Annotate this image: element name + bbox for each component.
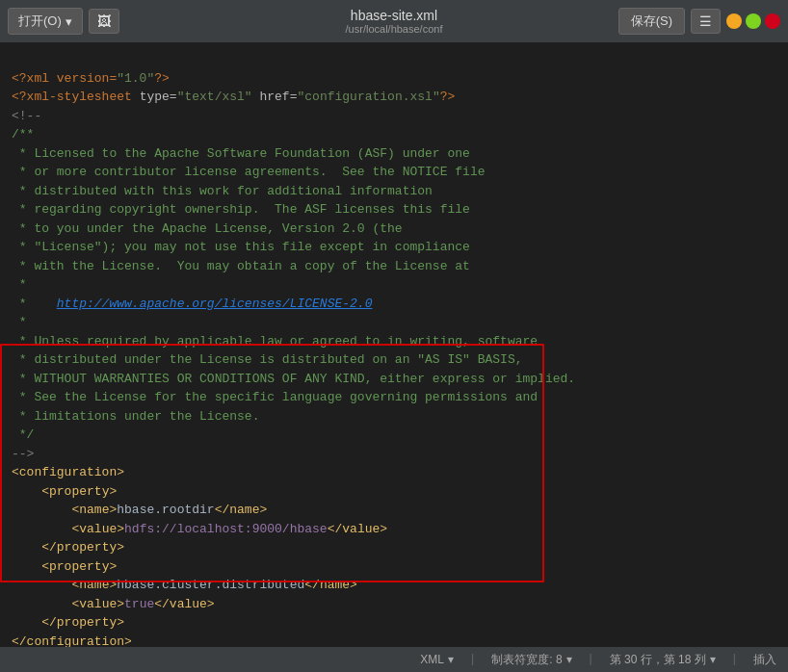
file-name: hbase-site.xml	[346, 8, 443, 23]
titlebar-left: 打开(O) ▾ 🖼	[8, 8, 119, 35]
sep1: |	[469, 653, 476, 666]
format-label: XML	[420, 653, 444, 666]
insert-label: 插入	[753, 652, 776, 668]
maximize-button[interactable]	[746, 13, 761, 29]
tab-width-label: 制表符宽度: 8	[491, 652, 562, 668]
code-content: <?xml version="1.0"?> <?xml-stylesheet t…	[12, 50, 776, 647]
save-button[interactable]: 保存(S)	[618, 8, 685, 35]
sep3: |	[731, 653, 738, 666]
open-label: 打开(O)	[18, 13, 62, 30]
titlebar: 打开(O) ▾ 🖼 hbase-site.xml /usr/local/hbas…	[0, 0, 788, 42]
status-tab-width: 制表符宽度: 8 ▾	[491, 652, 571, 668]
titlebar-right: 保存(S) ☰	[618, 8, 780, 35]
position-dropdown-icon[interactable]: ▾	[710, 653, 716, 666]
sep2: |	[588, 653, 594, 666]
status-position: 第 30 行，第 18 列 ▾	[610, 652, 716, 668]
tab-dropdown-icon[interactable]: ▾	[566, 653, 572, 666]
editor-area[interactable]: <?xml version="1.0"?> <?xml-stylesheet t…	[0, 42, 788, 647]
statusbar: XML ▾ | 制表符宽度: 8 ▾ | 第 30 行，第 18 列 ▾ | 插…	[0, 647, 788, 672]
format-dropdown-icon[interactable]: ▾	[448, 653, 454, 666]
status-format: XML ▾	[420, 653, 454, 666]
close-button[interactable]	[765, 13, 780, 29]
menu-button[interactable]: ☰	[691, 9, 721, 34]
image-button[interactable]: 🖼	[89, 9, 119, 34]
position-label: 第 30 行，第 18 列	[610, 652, 706, 668]
status-insert: 插入	[753, 652, 776, 668]
titlebar-center: hbase-site.xml /usr/local/hbase/conf	[346, 8, 443, 35]
file-path: /usr/local/hbase/conf	[346, 23, 443, 35]
window-controls	[726, 13, 780, 29]
minimize-button[interactable]	[726, 13, 742, 29]
open-dropdown-icon[interactable]: ▾	[66, 14, 72, 29]
open-button[interactable]: 打开(O) ▾	[8, 8, 83, 35]
